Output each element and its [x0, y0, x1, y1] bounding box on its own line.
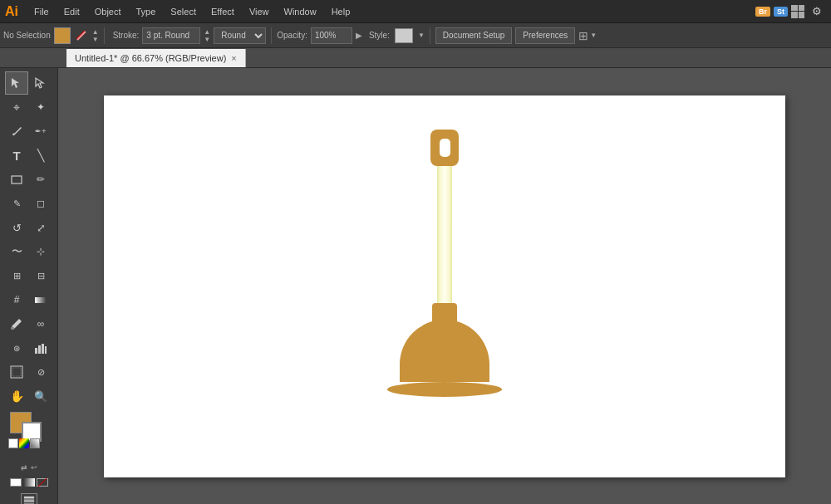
tool-row-4: T ╲: [2, 144, 56, 167]
tool-type[interactable]: T: [5, 144, 28, 167]
tool-eraser[interactable]: ◻: [29, 192, 52, 215]
tool-line[interactable]: ╲: [29, 144, 52, 167]
menu-type[interactable]: Type: [130, 5, 162, 18]
svg-rect-1: [76, 31, 86, 40]
stroke-arrows[interactable]: ▲▼: [92, 28, 99, 43]
svg-rect-6: [38, 345, 41, 354]
tool-row-2: ⌖ ✦: [2, 95, 56, 119]
tool-rotate[interactable]: ↺: [5, 216, 28, 239]
tool-direct-select[interactable]: [29, 71, 52, 95]
stroke-weight-arrows[interactable]: ▲▼: [204, 28, 210, 43]
tool-row-14: ✋ 🔍: [2, 384, 56, 408]
bridge-icon[interactable]: Br: [755, 7, 770, 17]
tool-paintbrush[interactable]: ✏: [29, 168, 52, 191]
tab-close-button[interactable]: ×: [231, 53, 236, 63]
color-boxes-container: [10, 412, 48, 447]
no-fill-icon[interactable]: [37, 478, 48, 487]
menu-edit[interactable]: Edit: [58, 5, 86, 18]
none-icon[interactable]: [8, 438, 18, 448]
color-section: ⇄ ↩: [2, 409, 56, 504]
svg-rect-2: [12, 176, 22, 183]
svg-rect-13: [23, 497, 33, 499]
tool-hand[interactable]: ✋: [5, 384, 28, 408]
menu-object[interactable]: Object: [89, 5, 127, 18]
tool-warp[interactable]: 〜: [5, 240, 28, 263]
style-arrow[interactable]: ▼: [418, 32, 425, 39]
tool-add-anchor[interactable]: ✒+: [29, 120, 52, 143]
tool-perspective[interactable]: ⊟: [29, 264, 52, 287]
tool-column-graph[interactable]: [29, 336, 52, 360]
layer-icon[interactable]: [21, 493, 37, 504]
stroke-style-dropdown[interactable]: RoundButtSquare: [214, 27, 266, 44]
tool-row-1: [2, 71, 56, 95]
menu-select[interactable]: Select: [165, 5, 202, 18]
tool-free-transform[interactable]: ⊹: [29, 240, 52, 263]
svg-rect-5: [35, 348, 37, 354]
tool-lasso[interactable]: ⌖: [5, 95, 28, 119]
sync-icon[interactable]: ⚙: [808, 2, 826, 21]
style-box[interactable]: [395, 28, 413, 43]
tool-pencil[interactable]: ✎: [5, 192, 28, 215]
tool-mesh[interactable]: #: [5, 288, 28, 311]
gradient-mode-icon[interactable]: [23, 478, 35, 487]
artboard: [104, 95, 785, 477]
menu-file[interactable]: File: [28, 5, 55, 18]
menu-view[interactable]: View: [243, 5, 275, 18]
stroke-icon[interactable]: [74, 28, 89, 43]
svg-rect-3: [35, 297, 47, 303]
svg-rect-12: [23, 499, 33, 502]
stock-icon[interactable]: St: [774, 7, 788, 17]
tool-scale[interactable]: ⤢: [29, 216, 52, 239]
plunger-grip: [430, 130, 459, 166]
svg-rect-8: [45, 346, 47, 354]
doc-setup-button[interactable]: Document Setup: [435, 27, 513, 44]
stroke-weight-input[interactable]: [142, 27, 200, 44]
tool-eyedropper[interactable]: [5, 312, 28, 335]
menu-icons: Br St ⚙: [755, 2, 826, 21]
tab-title: Untitled-1* @ 66.67% (RGB/Preview): [75, 53, 226, 63]
tool-row-3: ✒+: [2, 120, 56, 143]
plunger-stick: [437, 166, 452, 303]
tool-gradient[interactable]: [29, 288, 52, 311]
grid-icon[interactable]: [791, 5, 804, 18]
plunger-dome: [400, 320, 489, 382]
arrange-icons[interactable]: ⊞ ▼: [578, 29, 597, 42]
document-tab[interactable]: Untitled-1* @ 66.67% (RGB/Preview) ×: [66, 49, 246, 67]
tool-row-5: ✏: [2, 168, 56, 191]
style-label: Style:: [369, 31, 390, 40]
opacity-input[interactable]: [311, 27, 352, 44]
tool-artboard[interactable]: [5, 360, 28, 384]
tool-blend[interactable]: ∞: [29, 312, 52, 335]
sep2: [271, 27, 272, 44]
swap-colors-icon[interactable]: ⇄: [21, 463, 27, 472]
color-icon[interactable]: [19, 438, 29, 448]
tool-pen[interactable]: [5, 120, 28, 143]
tool-magic-wand[interactable]: ✦: [29, 95, 52, 119]
color-mode-icon[interactable]: [10, 478, 22, 487]
tool-select[interactable]: [5, 71, 28, 95]
menu-bar: Ai File Edit Object Type Select Effect V…: [0, 0, 831, 23]
opacity-label: Opacity:: [277, 31, 307, 40]
tool-symbol-sprayer[interactable]: ⊛: [5, 336, 28, 360]
tool-slice[interactable]: ⊘: [29, 360, 52, 384]
menu-help[interactable]: Help: [326, 5, 356, 18]
tool-row-8: 〜 ⊹: [2, 240, 56, 263]
tool-rectangle[interactable]: [5, 168, 28, 191]
tool-shape-builder[interactable]: ⊞: [5, 264, 28, 287]
menu-effect[interactable]: Effect: [205, 5, 240, 18]
plunger-base: [387, 382, 502, 397]
preferences-button[interactable]: Preferences: [515, 27, 575, 44]
tool-row-12: ⊛: [2, 336, 56, 360]
color-mode-icons: [8, 438, 40, 448]
opacity-arrow[interactable]: ▶: [356, 31, 362, 40]
menu-window[interactable]: Window: [278, 5, 322, 18]
gradient-icon[interactable]: [30, 438, 40, 448]
main-area: ⌖ ✦ ✒+ T ╲ ✏ ✎ ◻ ↺ ⤢: [0, 68, 831, 504]
tool-zoom[interactable]: 🔍: [29, 384, 52, 408]
plunger-connector: [432, 303, 457, 321]
fill-color-box[interactable]: [54, 27, 71, 44]
tool-row-6: ✎ ◻: [2, 192, 56, 215]
reset-colors-icon[interactable]: ↩: [31, 463, 37, 472]
plunger-illustration: [387, 130, 502, 397]
canvas-area: [58, 68, 831, 504]
